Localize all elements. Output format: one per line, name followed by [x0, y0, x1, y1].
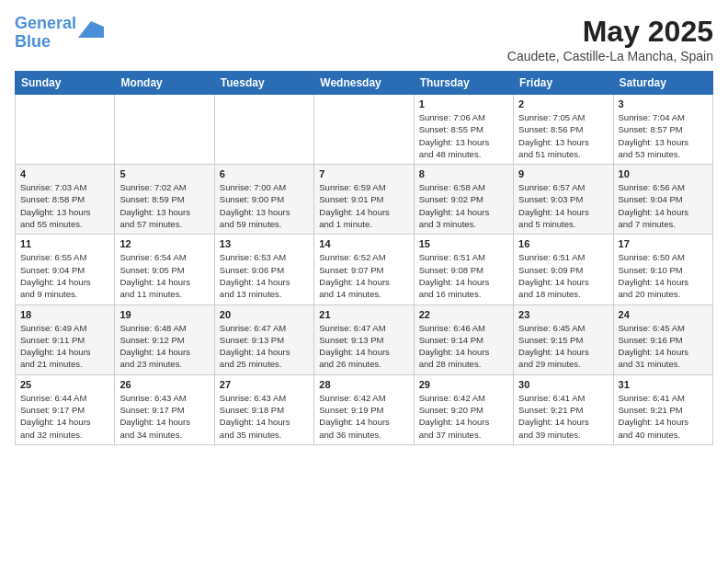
- day-number: 25: [20, 379, 109, 390]
- day-cell: [214, 95, 313, 165]
- day-cell: 18Sunrise: 6:49 AMSunset: 9:11 PMDayligh…: [16, 304, 115, 374]
- day-info: Sunrise: 6:42 AMSunset: 9:19 PMDaylight:…: [319, 392, 408, 441]
- week-row-3: 11Sunrise: 6:55 AMSunset: 9:04 PMDayligh…: [16, 235, 713, 304]
- day-info: Sunrise: 6:55 AMSunset: 9:04 PMDaylight:…: [20, 251, 109, 300]
- day-cell: 1Sunrise: 7:06 AMSunset: 8:55 PMDaylight…: [414, 95, 513, 165]
- day-number: 1: [419, 98, 508, 109]
- day-number: 22: [419, 309, 508, 320]
- day-cell: [16, 95, 115, 165]
- day-number: 23: [518, 309, 608, 320]
- day-info: Sunrise: 7:04 AMSunset: 8:57 PMDaylight:…: [619, 111, 708, 160]
- day-info: Sunrise: 6:51 AMSunset: 9:08 PMDaylight:…: [419, 251, 508, 300]
- day-cell: 11Sunrise: 6:55 AMSunset: 9:04 PMDayligh…: [16, 235, 115, 304]
- day-number: 14: [319, 238, 408, 249]
- day-info: Sunrise: 7:05 AMSunset: 8:56 PMDaylight:…: [518, 111, 608, 160]
- day-number: 21: [319, 309, 408, 320]
- day-info: Sunrise: 6:42 AMSunset: 9:20 PMDaylight:…: [419, 392, 508, 441]
- day-info: Sunrise: 6:44 AMSunset: 9:17 PMDaylight:…: [20, 392, 109, 441]
- day-info: Sunrise: 6:47 AMSunset: 9:13 PMDaylight:…: [319, 322, 408, 371]
- day-info: Sunrise: 6:51 AMSunset: 9:09 PMDaylight:…: [518, 251, 608, 300]
- day-cell: 14Sunrise: 6:52 AMSunset: 9:07 PMDayligh…: [314, 235, 414, 304]
- day-info: Sunrise: 6:43 AMSunset: 9:18 PMDaylight:…: [220, 392, 309, 441]
- day-number: 11: [20, 238, 109, 249]
- header-wednesday: Wednesday: [314, 72, 414, 95]
- header-thursday: Thursday: [414, 72, 513, 95]
- day-cell: 3Sunrise: 7:04 AMSunset: 8:57 PMDaylight…: [613, 95, 712, 165]
- day-number: 4: [20, 168, 109, 179]
- day-info: Sunrise: 6:56 AMSunset: 9:04 PMDaylight:…: [619, 181, 708, 230]
- day-info: Sunrise: 7:03 AMSunset: 8:58 PMDaylight:…: [20, 181, 109, 230]
- day-number: 13: [220, 238, 309, 249]
- day-cell: 16Sunrise: 6:51 AMSunset: 9:09 PMDayligh…: [514, 235, 613, 304]
- location-title: Caudete, Castille-La Mancha, Spain: [507, 49, 713, 63]
- day-number: 30: [518, 379, 608, 390]
- day-number: 18: [20, 309, 109, 320]
- day-number: 29: [419, 379, 508, 390]
- day-number: 15: [419, 238, 508, 249]
- day-cell: 9Sunrise: 6:57 AMSunset: 9:03 PMDaylight…: [514, 165, 613, 235]
- logo-text: General Blue: [15, 15, 76, 52]
- day-cell: 8Sunrise: 6:58 AMSunset: 9:02 PMDaylight…: [414, 165, 513, 235]
- day-cell: 6Sunrise: 7:00 AMSunset: 9:00 PMDaylight…: [214, 165, 313, 235]
- day-cell: [314, 95, 414, 165]
- day-info: Sunrise: 6:57 AMSunset: 9:03 PMDaylight:…: [518, 181, 608, 230]
- week-row-2: 4Sunrise: 7:03 AMSunset: 8:58 PMDaylight…: [16, 165, 713, 235]
- day-number: 8: [419, 168, 508, 179]
- week-row-5: 25Sunrise: 6:44 AMSunset: 9:17 PMDayligh…: [16, 374, 713, 444]
- header-sunday: Sunday: [16, 72, 115, 95]
- day-number: 20: [220, 309, 309, 320]
- day-cell: 19Sunrise: 6:48 AMSunset: 9:12 PMDayligh…: [115, 304, 214, 374]
- day-cell: 27Sunrise: 6:43 AMSunset: 9:18 PMDayligh…: [214, 374, 313, 444]
- day-info: Sunrise: 6:54 AMSunset: 9:05 PMDaylight:…: [119, 251, 209, 300]
- day-info: Sunrise: 6:41 AMSunset: 9:21 PMDaylight:…: [518, 392, 608, 441]
- day-number: 7: [319, 168, 408, 179]
- day-info: Sunrise: 6:47 AMSunset: 9:13 PMDaylight:…: [220, 322, 309, 371]
- header-saturday: Saturday: [613, 72, 712, 95]
- header-friday: Friday: [514, 72, 613, 95]
- day-number: 6: [220, 168, 309, 179]
- day-number: 2: [518, 98, 608, 109]
- month-title: May 2025: [507, 15, 713, 49]
- day-cell: 13Sunrise: 6:53 AMSunset: 9:06 PMDayligh…: [214, 235, 313, 304]
- logo-icon: [78, 21, 104, 38]
- day-cell: 22Sunrise: 6:46 AMSunset: 9:14 PMDayligh…: [414, 304, 513, 374]
- week-row-4: 18Sunrise: 6:49 AMSunset: 9:11 PMDayligh…: [16, 304, 713, 374]
- day-number: 24: [619, 309, 708, 320]
- day-number: 3: [619, 98, 708, 109]
- calendar-header-row: SundayMondayTuesdayWednesdayThursdayFrid…: [16, 72, 713, 95]
- day-cell: 24Sunrise: 6:45 AMSunset: 9:16 PMDayligh…: [613, 304, 712, 374]
- day-info: Sunrise: 7:06 AMSunset: 8:55 PMDaylight:…: [419, 111, 508, 160]
- day-number: 5: [119, 168, 209, 179]
- day-number: 16: [518, 238, 608, 249]
- day-cell: 10Sunrise: 6:56 AMSunset: 9:04 PMDayligh…: [613, 165, 712, 235]
- day-info: Sunrise: 6:45 AMSunset: 9:15 PMDaylight:…: [518, 322, 608, 371]
- day-info: Sunrise: 6:59 AMSunset: 9:01 PMDaylight:…: [319, 181, 408, 230]
- day-info: Sunrise: 6:46 AMSunset: 9:14 PMDaylight:…: [419, 322, 508, 371]
- day-number: 17: [619, 238, 708, 249]
- day-info: Sunrise: 6:58 AMSunset: 9:02 PMDaylight:…: [419, 181, 508, 230]
- day-info: Sunrise: 6:49 AMSunset: 9:11 PMDaylight:…: [20, 322, 109, 371]
- day-number: 19: [119, 309, 209, 320]
- header-monday: Monday: [115, 72, 214, 95]
- day-number: 27: [220, 379, 309, 390]
- day-info: Sunrise: 6:50 AMSunset: 9:10 PMDaylight:…: [619, 251, 708, 300]
- day-info: Sunrise: 6:45 AMSunset: 9:16 PMDaylight:…: [619, 322, 708, 371]
- day-number: 10: [619, 168, 708, 179]
- day-info: Sunrise: 7:02 AMSunset: 8:59 PMDaylight:…: [119, 181, 209, 230]
- day-cell: 2Sunrise: 7:05 AMSunset: 8:56 PMDaylight…: [514, 95, 613, 165]
- day-cell: 25Sunrise: 6:44 AMSunset: 9:17 PMDayligh…: [16, 374, 115, 444]
- day-cell: 7Sunrise: 6:59 AMSunset: 9:01 PMDaylight…: [314, 165, 414, 235]
- day-cell: 20Sunrise: 6:47 AMSunset: 9:13 PMDayligh…: [214, 304, 313, 374]
- day-cell: 26Sunrise: 6:43 AMSunset: 9:17 PMDayligh…: [115, 374, 214, 444]
- day-cell: 30Sunrise: 6:41 AMSunset: 9:21 PMDayligh…: [514, 374, 613, 444]
- day-cell: [115, 95, 214, 165]
- header: General Blue May 2025 Caudete, Castille-…: [15, 15, 713, 63]
- day-cell: 23Sunrise: 6:45 AMSunset: 9:15 PMDayligh…: [514, 304, 613, 374]
- day-info: Sunrise: 6:48 AMSunset: 9:12 PMDaylight:…: [119, 322, 209, 371]
- day-number: 31: [619, 379, 708, 390]
- day-cell: 12Sunrise: 6:54 AMSunset: 9:05 PMDayligh…: [115, 235, 214, 304]
- day-cell: 4Sunrise: 7:03 AMSunset: 8:58 PMDaylight…: [16, 165, 115, 235]
- day-cell: 31Sunrise: 6:41 AMSunset: 9:21 PMDayligh…: [613, 374, 712, 444]
- svg-marker-0: [78, 21, 104, 38]
- day-cell: 15Sunrise: 6:51 AMSunset: 9:08 PMDayligh…: [414, 235, 513, 304]
